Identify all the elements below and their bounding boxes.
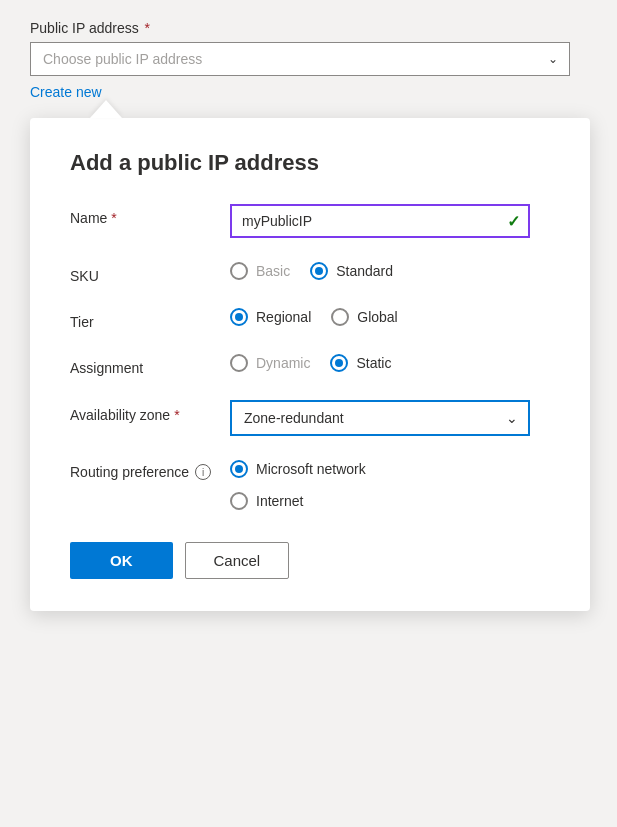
assignment-static-label: Static xyxy=(356,355,391,371)
sku-standard-label: Standard xyxy=(336,263,393,279)
availability-dropdown-wrapper: Zone-redundant 1 2 3 No Zone ⌄ xyxy=(230,400,530,436)
tier-options: Regional Global xyxy=(230,308,550,326)
tier-global-label: Global xyxy=(357,309,397,325)
required-star: * xyxy=(145,20,150,36)
add-public-ip-modal: Add a public IP address Name * ✓ SKU Bas… xyxy=(30,118,590,611)
routing-internet-radio[interactable] xyxy=(230,492,248,510)
assignment-row: Assignment Dynamic Static xyxy=(70,354,550,376)
info-icon[interactable]: i xyxy=(195,464,211,480)
routing-options: Microsoft network Internet xyxy=(230,460,366,510)
assignment-static-radio[interactable] xyxy=(330,354,348,372)
tier-regional-label: Regional xyxy=(256,309,311,325)
availability-dropdown[interactable]: Zone-redundant 1 2 3 No Zone xyxy=(230,400,530,436)
tier-global-radio[interactable] xyxy=(331,308,349,326)
ok-button[interactable]: OK xyxy=(70,542,173,579)
routing-microsoft-label: Microsoft network xyxy=(256,461,366,477)
routing-label-row: Routing preference i xyxy=(70,464,211,480)
page-background: Public IP address * Choose public IP add… xyxy=(0,0,617,631)
sku-basic-option[interactable]: Basic xyxy=(230,262,290,280)
availability-row: Availability zone * Zone-redundant 1 2 3… xyxy=(70,400,550,436)
availability-required-star: * xyxy=(174,406,179,426)
tier-regional-option[interactable]: Regional xyxy=(230,308,311,326)
availability-content: Zone-redundant 1 2 3 No Zone ⌄ xyxy=(230,400,550,436)
name-input[interactable] xyxy=(230,204,530,238)
routing-microsoft-radio[interactable] xyxy=(230,460,248,478)
assignment-dynamic-option[interactable]: Dynamic xyxy=(230,354,310,372)
assignment-dynamic-radio[interactable] xyxy=(230,354,248,372)
routing-label-col: Routing preference i xyxy=(70,460,230,480)
tier-regional-radio[interactable] xyxy=(230,308,248,326)
routing-microsoft-option[interactable]: Microsoft network xyxy=(230,460,366,478)
modal-caret xyxy=(90,100,122,118)
public-ip-dropdown[interactable]: Choose public IP address xyxy=(30,42,570,76)
modal-title: Add a public IP address xyxy=(70,150,550,176)
tier-row: Tier Regional Global xyxy=(70,308,550,330)
tier-global-option[interactable]: Global xyxy=(331,308,397,326)
public-ip-dropdown-wrapper: Choose public IP address ⌄ xyxy=(30,42,570,76)
name-label: Name * xyxy=(70,204,230,226)
sku-options: Basic Standard xyxy=(230,262,550,280)
routing-internet-option[interactable]: Internet xyxy=(230,492,366,510)
name-required-star: * xyxy=(111,210,116,226)
routing-preference-label: Routing preference xyxy=(70,464,189,480)
availability-label: Availability zone * xyxy=(70,400,230,426)
public-ip-label: Public IP address * xyxy=(30,20,587,36)
sku-standard-option[interactable]: Standard xyxy=(310,262,393,280)
sku-row: SKU Basic Standard xyxy=(70,262,550,284)
routing-internet-label: Internet xyxy=(256,493,303,509)
assignment-static-option[interactable]: Static xyxy=(330,354,391,372)
check-icon: ✓ xyxy=(507,212,520,231)
sku-standard-radio[interactable] xyxy=(310,262,328,280)
name-input-container: ✓ xyxy=(230,204,550,238)
cancel-button[interactable]: Cancel xyxy=(185,542,290,579)
name-row: Name * ✓ xyxy=(70,204,550,238)
button-row: OK Cancel xyxy=(70,542,550,579)
name-input-wrapper: ✓ xyxy=(230,204,530,238)
sku-label: SKU xyxy=(70,262,230,284)
sku-basic-label: Basic xyxy=(256,263,290,279)
create-new-link[interactable]: Create new xyxy=(30,84,102,100)
assignment-dynamic-label: Dynamic xyxy=(256,355,310,371)
routing-row: Routing preference i Microsoft network I… xyxy=(70,460,550,510)
public-ip-section: Public IP address * Choose public IP add… xyxy=(30,20,587,100)
sku-basic-radio[interactable] xyxy=(230,262,248,280)
tier-label: Tier xyxy=(70,308,230,330)
assignment-options: Dynamic Static xyxy=(230,354,550,372)
assignment-label: Assignment xyxy=(70,354,230,376)
